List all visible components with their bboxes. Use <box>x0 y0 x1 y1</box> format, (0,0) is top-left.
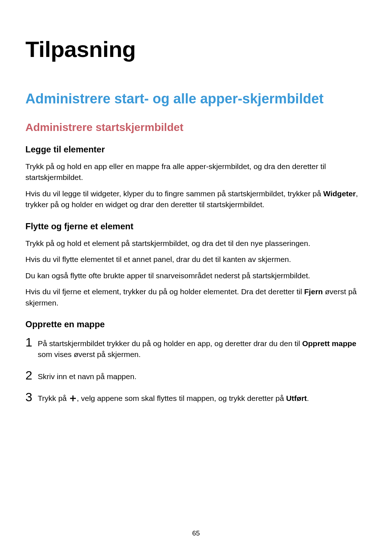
bold-text: Opprett mappe <box>302 339 356 348</box>
step-text: På startskjermbildet trykker du på og ho… <box>38 336 367 360</box>
heading-opprette-mappe: Opprette en mappe <box>25 319 367 329</box>
page-title: Tilpasning <box>25 36 367 62</box>
paragraph: Hvis du vil fjerne et element, trykker d… <box>25 286 367 308</box>
text-fragment: Trykk på <box>38 394 69 402</box>
subsection-title: Administrere startskjermbildet <box>25 121 367 134</box>
heading-legge-til-elementer: Legge til elementer <box>25 144 367 155</box>
heading-flytte-fjerne: Flytte og fjerne et element <box>25 221 367 231</box>
step-text: Skriv inn et navn på mappen. <box>38 369 136 382</box>
step-number: 1 <box>25 336 38 348</box>
text-fragment: . <box>307 394 309 402</box>
step-number: 3 <box>25 391 38 403</box>
step-item: 1 På startskjermbildet trykker du på og … <box>25 336 367 360</box>
paragraph: Trykk på og hold en app eller en mappe f… <box>25 161 367 183</box>
step-item: 2 Skriv inn et navn på mappen. <box>25 369 367 382</box>
text-fragment: Hvis du vil legge til widgeter, klyper d… <box>25 189 323 198</box>
bold-text: Fjern <box>304 287 323 296</box>
paragraph: Hvis du vil legge til widgeter, klyper d… <box>25 188 367 210</box>
paragraph: Hvis du vil flytte elementet til et anne… <box>25 254 367 265</box>
text-fragment: , velg appene som skal flyttes til mappe… <box>77 394 286 402</box>
step-text: Trykk på , velg appene som skal flyttes … <box>38 391 309 405</box>
step-number: 2 <box>25 369 38 381</box>
text-fragment: Hvis du vil fjerne et element, trykker d… <box>25 287 304 296</box>
paragraph: Trykk på og hold et element på startskje… <box>25 238 367 249</box>
document-page: Tilpasning Administrere start- og alle a… <box>0 0 392 554</box>
step-item: 3 Trykk på , velg appene som skal flytte… <box>25 391 367 405</box>
text-fragment: som vises øverst på skjermen. <box>38 350 141 358</box>
page-number: 65 <box>0 529 392 537</box>
bold-text: Utført <box>286 394 307 402</box>
paragraph: Du kan også flytte ofte brukte apper til… <box>25 270 367 281</box>
text-fragment: På startskjermbildet trykker du på og ho… <box>38 339 302 348</box>
steps-list: 1 På startskjermbildet trykker du på og … <box>25 336 367 405</box>
bold-text: Widgeter <box>323 189 356 198</box>
section-title: Administrere start- og alle apper-skjerm… <box>25 91 367 107</box>
plus-icon <box>69 394 77 405</box>
